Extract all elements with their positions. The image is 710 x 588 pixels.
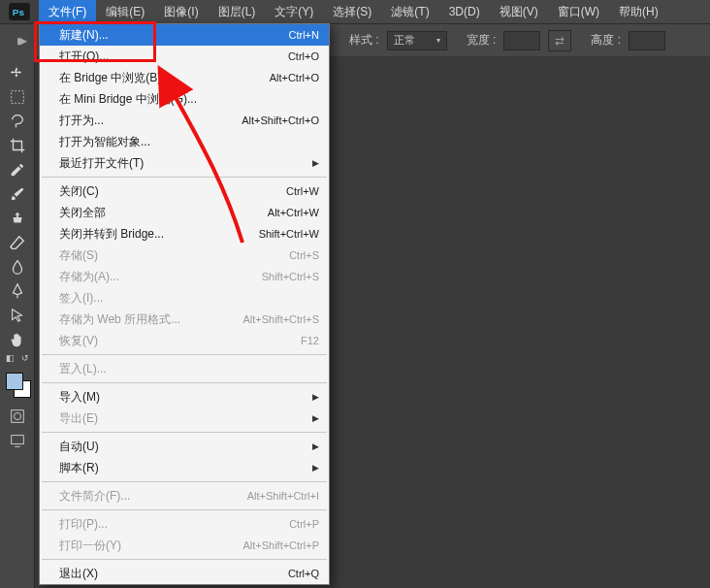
menubar: Ps 文件(F)编辑(E)图像(I)图层(L)文字(Y)选择(S)滤镜(T)3D… xyxy=(0,0,710,23)
submenu-arrow-icon: ▶ xyxy=(305,392,319,402)
menu-item-shortcut: Alt+Shift+Ctrl+I xyxy=(247,490,319,502)
menu-item-label: 文件简介(F)... xyxy=(59,488,247,505)
menu-item: 恢复(V)F12 xyxy=(40,330,329,351)
menu-视图[interactable]: 视图(V) xyxy=(490,0,548,23)
hand-tool[interactable] xyxy=(3,327,32,351)
style-select[interactable]: 正常 ▾ xyxy=(387,31,447,50)
menu-separator xyxy=(42,177,327,178)
svg-point-4 xyxy=(14,412,20,419)
screen-mode-toggle[interactable] xyxy=(3,428,32,452)
menu-item[interactable]: 打开为...Alt+Shift+Ctrl+O xyxy=(40,110,329,131)
menu-item-label: 打开(O)... xyxy=(59,49,288,65)
menu-编辑[interactable]: 编辑(E) xyxy=(96,0,154,23)
quick-mask-toggle[interactable] xyxy=(3,404,32,428)
menu-item-label: 脚本(R) xyxy=(59,460,305,476)
menu-item[interactable]: 导入(M)▶ xyxy=(40,386,329,408)
menu-item-label: 打印一份(Y) xyxy=(59,538,242,554)
menu-item-shortcut: Ctrl+N xyxy=(289,29,319,41)
height-field[interactable] xyxy=(629,31,665,50)
width-label: 宽度 : xyxy=(467,32,497,49)
menu-3d[interactable]: 3D(D) xyxy=(439,0,490,23)
menu-item: 打印一份(Y)Alt+Shift+Ctrl+P xyxy=(40,535,329,556)
menu-item-label: 存储为(A)... xyxy=(59,269,262,285)
menu-图层[interactable]: 图层(L) xyxy=(209,0,266,23)
blur-tool[interactable] xyxy=(3,254,32,278)
menu-item-shortcut: F12 xyxy=(301,335,319,346)
toolbox: ◧↺ xyxy=(0,56,35,588)
menu-item-label: 打开为智能对象... xyxy=(59,134,319,150)
height-label: 高度 : xyxy=(591,32,621,49)
menu-item-shortcut: Alt+Shift+Ctrl+S xyxy=(242,313,319,325)
lasso-tool[interactable] xyxy=(3,109,32,133)
style-label: 样式 : xyxy=(349,32,379,49)
menu-item: 签入(I)... xyxy=(40,287,329,309)
menu-item: 存储为 Web 所用格式...Alt+Shift+Ctrl+S xyxy=(40,309,329,330)
menu-item[interactable]: 在 Mini Bridge 中浏览(G)... xyxy=(40,88,329,110)
svg-rect-5 xyxy=(11,435,23,443)
color-swatches[interactable] xyxy=(4,371,31,398)
submenu-arrow-icon: ▶ xyxy=(305,413,319,423)
eraser-tool[interactable] xyxy=(3,230,32,254)
file-menu-panel: 新建(N)...Ctrl+N打开(O)...Ctrl+O在 Bridge 中浏览… xyxy=(39,23,330,585)
menu-item-label: 导入(M) xyxy=(59,389,305,406)
menu-item-shortcut: Alt+Ctrl+W xyxy=(268,207,319,218)
menu-item-shortcut: Shift+Ctrl+W xyxy=(259,228,319,240)
menu-separator xyxy=(42,481,327,482)
menu-item-label: 置入(L)... xyxy=(59,361,319,377)
menu-帮助[interactable]: 帮助(H) xyxy=(609,0,668,23)
svg-rect-3 xyxy=(11,409,23,422)
swap-wh-button[interactable]: ⇄ xyxy=(548,30,571,51)
svg-text:Ps: Ps xyxy=(13,7,25,17)
menu-separator xyxy=(42,432,327,433)
menu-item[interactable]: 在 Bridge 中浏览(B)...Alt+Ctrl+O xyxy=(40,67,329,88)
menu-item[interactable]: 脚本(R)▶ xyxy=(40,457,329,478)
menu-item-shortcut: Shift+Ctrl+S xyxy=(262,271,319,282)
menu-文字[interactable]: 文字(Y) xyxy=(265,0,323,23)
submenu-arrow-icon: ▶ xyxy=(305,158,319,168)
brush-tool[interactable] xyxy=(3,181,32,206)
menu-item-label: 存储(S) xyxy=(59,247,289,264)
menu-item-shortcut: Ctrl+Q xyxy=(288,568,319,579)
menu-item-shortcut: Ctrl+O xyxy=(288,50,319,62)
menu-item[interactable]: 关闭并转到 Bridge...Shift+Ctrl+W xyxy=(40,223,329,245)
collapse-tabs-icon[interactable]: ▸▸ xyxy=(0,23,39,56)
menu-item[interactable]: 关闭全部Alt+Ctrl+W xyxy=(40,202,329,223)
menu-item-label: 签入(I)... xyxy=(59,290,319,307)
menu-item[interactable]: 新建(N)...Ctrl+N xyxy=(40,24,329,46)
menu-选择[interactable]: 选择(S) xyxy=(323,0,381,23)
menu-图像[interactable]: 图像(I) xyxy=(154,0,208,23)
menu-文件[interactable]: 文件(F) xyxy=(39,0,96,23)
menu-滤镜[interactable]: 滤镜(T) xyxy=(381,0,438,23)
menu-item-label: 打开为... xyxy=(59,113,242,129)
menu-separator xyxy=(42,509,327,510)
swatch-reset-icon[interactable]: ◧↺ xyxy=(4,351,31,365)
menu-item[interactable]: 关闭(C)Ctrl+W xyxy=(40,180,329,202)
menu-item[interactable]: 打开(O)...Ctrl+O xyxy=(40,46,329,67)
menu-item: 存储(S)Ctrl+S xyxy=(40,245,329,266)
eyedropper-tool[interactable] xyxy=(3,157,32,181)
menu-item-label: 在 Bridge 中浏览(B)... xyxy=(59,70,270,86)
width-field[interactable] xyxy=(503,31,540,50)
foreground-swatch[interactable] xyxy=(6,373,23,390)
crop-tool[interactable] xyxy=(3,133,32,157)
menu-item-shortcut: Ctrl+P xyxy=(289,518,319,530)
marquee-tool[interactable] xyxy=(3,84,32,109)
menu-item-shortcut: Ctrl+S xyxy=(289,249,319,261)
menu-item-label: 关闭(C) xyxy=(59,183,286,200)
menu-item[interactable]: 退出(X)Ctrl+Q xyxy=(40,563,329,584)
menu-item-shortcut: Alt+Shift+Ctrl+O xyxy=(242,114,319,126)
move-tool[interactable] xyxy=(3,60,32,84)
menu-item-shortcut: Alt+Ctrl+O xyxy=(270,72,319,83)
menu-item-shortcut: Alt+Shift+Ctrl+P xyxy=(242,539,319,551)
path-select-tool[interactable] xyxy=(3,303,32,327)
pen-tool[interactable] xyxy=(3,278,32,303)
menu-窗口[interactable]: 窗口(W) xyxy=(548,0,609,23)
menu-item: 文件简介(F)...Alt+Shift+Ctrl+I xyxy=(40,485,329,506)
menu-item-label: 新建(N)... xyxy=(59,27,289,44)
clone-stamp-tool[interactable] xyxy=(3,206,32,230)
menu-item[interactable]: 最近打开文件(T)▶ xyxy=(40,152,329,174)
menu-item-label: 打印(P)... xyxy=(59,516,289,533)
menu-item-label: 导出(E) xyxy=(59,410,305,427)
menu-item[interactable]: 打开为智能对象... xyxy=(40,131,329,152)
menu-item[interactable]: 自动(U)▶ xyxy=(40,436,329,457)
